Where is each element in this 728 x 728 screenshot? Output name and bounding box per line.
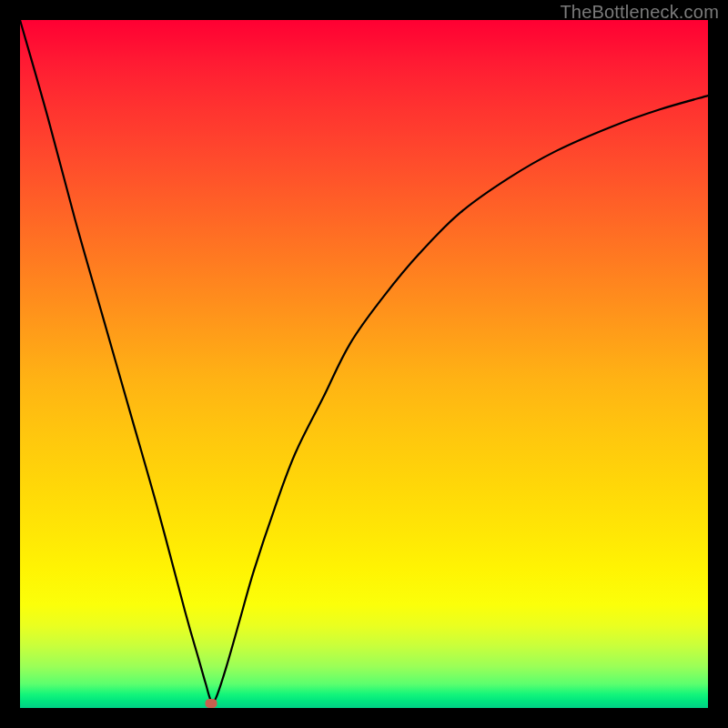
optimal-point-marker: [206, 699, 217, 708]
watermark-text: TheBottleneck.com: [560, 2, 719, 23]
plot-area: [20, 20, 708, 708]
chart-frame: TheBottleneck.com: [0, 0, 728, 728]
curve-layer: [20, 20, 708, 708]
bottleneck-curve: [20, 20, 708, 703]
